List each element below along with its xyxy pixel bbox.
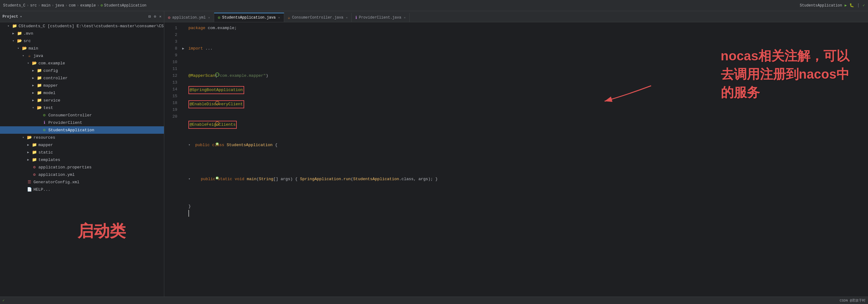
arrow-icon: ▶	[32, 83, 37, 87]
code-line: }	[182, 203, 863, 210]
arrow-icon: ▾	[18, 46, 22, 50]
breadcrumb-example: example	[80, 3, 96, 8]
model-folder-icon: 📁	[37, 91, 42, 95]
tree-item[interactable]: ▶ ⚙ ConsumerController	[0, 111, 164, 119]
arrow-icon: ▾	[22, 54, 27, 58]
tab-label: application.yml	[172, 15, 206, 20]
tree-item[interactable]: ▶ 📁 mapper	[0, 141, 164, 148]
tree-item[interactable]: ▶ 📁 service	[0, 97, 164, 104]
students-app-icon: ⚙	[41, 128, 47, 133]
tree-item[interactable]: ▶ 📁 templates	[0, 156, 164, 164]
code-content: 1 2 3 8 9 10 11 12 13 14 15 18 19 20	[164, 22, 868, 297]
tree-label: CStudents_C [cstudents] E:\test\cstudent…	[19, 24, 164, 29]
collapse-all-icon[interactable]: ⊟	[149, 14, 151, 19]
tree-item[interactable]: ▾ ☕ java	[0, 52, 164, 60]
code-line: package com.example;	[182, 25, 863, 32]
more-icon[interactable]: ⋮	[857, 3, 860, 8]
tree-item[interactable]: ▶ 📁 controller	[0, 74, 164, 82]
tree-label: HELP...	[33, 187, 51, 192]
java-folder-icon: ☕	[27, 53, 32, 58]
tree-item[interactable]: ▶ 📄 HELP...	[0, 186, 164, 193]
tab-close-icon[interactable]: ✕	[208, 16, 210, 20]
tree-label: ProviderClient	[48, 121, 82, 125]
code-line-main: ▾ public static void main(String[] args)…	[182, 169, 863, 190]
tree-item[interactable]: ▶ 📁 .mvn	[0, 30, 164, 37]
tree-item[interactable]: ▶ 📁 config	[0, 67, 164, 74]
settings-icon[interactable]: ⚙	[154, 14, 156, 19]
spring-file-icon: ⚙	[41, 113, 47, 117]
tab-provider-client[interactable]: ℹ ProviderClient.java ✕	[352, 13, 410, 22]
tabs-bar: ⚙ application.yml ✕ ⚙ StudentsApplicatio…	[164, 11, 868, 22]
arrow-icon: ▶	[32, 76, 37, 80]
tree-label: controller	[43, 76, 67, 80]
run-icon[interactable]: ▶	[845, 3, 847, 8]
tree-item[interactable]: ▾ 📂 test	[0, 104, 164, 111]
tree-item[interactable]: ▶ ⚙ application.yml	[0, 171, 164, 178]
module-icon: 📁	[12, 24, 18, 29]
arrow-icon: ▾	[27, 61, 32, 65]
resources-folder-icon: 📂	[27, 135, 32, 140]
feign-tab-icon: ℹ	[355, 15, 357, 20]
tree-item[interactable]: ▶ ☰ GeneratorConfig.xml	[0, 178, 164, 186]
tree-item[interactable]: ▶ 📁 mapper	[0, 82, 164, 89]
code-line-cursor	[182, 210, 863, 217]
tab-label: ProviderClient.java	[359, 15, 401, 20]
tab-label: StudentsApplication.java	[222, 15, 276, 20]
tree-item[interactable]: ▾ 📂 com.example	[0, 60, 164, 67]
annotation-highlight-box: @SpringBootApplication	[188, 86, 244, 94]
tree-item[interactable]: ▶ ⚙ StudentsApplication	[0, 126, 164, 134]
sidebar-header-icons: ⊟ ⚙ ✕	[149, 14, 161, 19]
tree-item[interactable]: ▾ 📁 CStudents_C [cstudents] E:\test\cstu…	[0, 22, 164, 30]
tree-label: .mvn	[24, 31, 33, 36]
sidebar-header: Project ▾ ⊟ ⚙ ✕	[0, 11, 164, 22]
tab-close-icon[interactable]: ✕	[404, 16, 406, 20]
tree-label: mapper	[43, 83, 58, 88]
tab-label: ConsumerController.java	[292, 15, 343, 20]
gutter-collapsed-method[interactable]: ▾	[188, 176, 195, 183]
breadcrumb-root: Students_C	[3, 3, 25, 8]
templates-folder-icon: 📁	[32, 157, 37, 162]
arrow-icon: ▶	[32, 69, 37, 72]
project-dropdown-icon[interactable]: ▾	[20, 14, 22, 19]
static-folder-icon: 📁	[32, 150, 37, 155]
arrow-icon: ▶	[27, 150, 32, 154]
gutter-run-method[interactable]	[182, 169, 188, 190]
src-folder-icon: 📂	[17, 38, 22, 43]
tab-close-icon[interactable]: ✕	[278, 16, 280, 20]
code-line-spring-boot: @SpringBootApplication	[182, 86, 863, 94]
gutter-run-icon[interactable]	[182, 135, 188, 156]
breadcrumb-com: com	[69, 3, 75, 8]
close-sidebar-icon[interactable]: ✕	[159, 14, 161, 19]
debug-icon[interactable]: 🐛	[849, 3, 854, 8]
arrow-icon: ▶	[32, 91, 37, 95]
code-editor[interactable]: 1 2 3 8 9 10 11 12 13 14 15 18 19 20	[164, 22, 868, 297]
arrow-icon: ▶	[32, 98, 37, 102]
tree-item[interactable]: ▾ 📂 main	[0, 44, 164, 52]
tree-item[interactable]: ▶ ⚙ application.properties	[0, 164, 164, 171]
gutter-collapsed-class[interactable]: ▾	[188, 142, 195, 148]
tree-item[interactable]: ▾ 📂 src	[0, 37, 164, 44]
tree-item[interactable]: ▶ 📁 static	[0, 148, 164, 156]
gutter-icon	[182, 114, 188, 135]
gutter-collapsed[interactable]: ▶	[182, 45, 188, 52]
tree-item[interactable]: ▾ 📂 resources	[0, 134, 164, 141]
tree-item[interactable]: ▶ 📁 model	[0, 89, 164, 97]
prop-file-icon: ⚙	[32, 165, 37, 170]
tab-students-application[interactable]: ⚙ StudentsApplication.java ✕	[214, 13, 284, 22]
tree-label: com.example	[38, 61, 65, 66]
sidebar-title: Project	[2, 14, 18, 19]
tab-application-yml[interactable]: ⚙ application.yml ✕	[164, 13, 214, 22]
tab-consumer-controller[interactable]: ☕ ConsumerController.java ✕	[284, 13, 352, 22]
tree-label: application.yml	[38, 172, 75, 177]
folder-icon: 📁	[17, 31, 22, 36]
tree-label: test	[43, 106, 53, 110]
title-bar: Students_C › src › main › java › com › e…	[0, 0, 868, 11]
breadcrumb-filename: StudentsApplication	[104, 3, 147, 8]
arrow-icon: ▾	[7, 24, 12, 28]
check-icon: ✓	[863, 3, 865, 8]
title-bar-right: StudentsApplication ▶ 🐛 ⋮ ✓	[800, 3, 865, 8]
tree-item[interactable]: ▶ ℹ ProviderClient	[0, 119, 164, 126]
code-line-class: ▾ public class StudentsApplication {	[182, 135, 863, 156]
breadcrumb-java: java	[55, 3, 64, 8]
tab-close-icon[interactable]: ✕	[346, 16, 348, 20]
